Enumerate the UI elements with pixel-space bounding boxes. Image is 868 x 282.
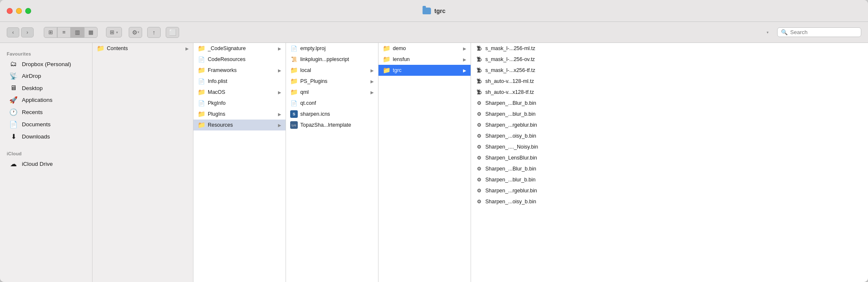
item-name: Sharpen_...blur_b.bin — [485, 177, 576, 183]
search-box[interactable]: 🔍 — [777, 27, 861, 37]
list-item[interactable]: 📁 MacOS ▶ — [193, 87, 286, 98]
folder-icon: 📁 — [290, 88, 298, 96]
list-item[interactable]: 📁 tgrc ▶ — [378, 65, 471, 76]
list-item[interactable]: 📄 PkgInfo — [193, 98, 286, 109]
list-item[interactable]: Lrc TopazSha...lrtemplate — [286, 120, 378, 130]
list-item[interactable]: 📄 qt.conf — [286, 98, 378, 109]
forward-button[interactable]: › — [21, 27, 34, 37]
list-item[interactable]: 🗜 s_mask_l-...256-ov.tz — [471, 54, 580, 65]
list-item[interactable]: 📁 PS_Plugins ▶ — [286, 76, 378, 87]
list-item[interactable]: 📁 _CodeSignature ▶ — [193, 43, 286, 54]
chevron-right-icon: ▶ — [278, 123, 281, 128]
gear-dropdown-icon: ▾ — [138, 30, 139, 34]
item-name: CodeResources — [208, 56, 281, 62]
list-item[interactable]: 📄 Info.plist — [193, 76, 286, 87]
search-input[interactable] — [790, 29, 849, 35]
item-name: qml — [300, 89, 368, 95]
sidebar-item-recents[interactable]: 🕐 Recents — [3, 106, 90, 118]
sidebar-item-airdrop[interactable]: 📡 AirDrop — [3, 70, 90, 82]
list-item[interactable]: ⚙ Sharpen_...oisy_b.bin — [471, 130, 580, 141]
icon-view-button[interactable]: ⊞ — [44, 27, 57, 38]
item-name: qt.conf — [300, 100, 374, 106]
list-item[interactable]: ⚙ Sharpen_...Blur_b.bin — [471, 98, 580, 109]
item-name: sharpen.icns — [300, 111, 374, 117]
list-item[interactable]: ⚙ Sharpen_...blur_b.bin — [471, 174, 580, 185]
list-item[interactable]: ⚙ Sharpen_...._Noisy.bin — [471, 141, 580, 152]
list-item[interactable]: ⚙ Sharpen_...rgeblur.bin — [471, 185, 580, 196]
chevron-right-icon: ▶ — [185, 46, 189, 51]
list-view-button[interactable]: ≡ — [57, 27, 71, 38]
sidebar-item-documents[interactable]: 📄 Documents — [3, 118, 90, 130]
column-view-button[interactable]: ▥ — [71, 27, 84, 38]
list-item[interactable]: ⚙ Sharpen_...Blur_b.bin — [471, 163, 580, 174]
list-item[interactable]: 📄 empty.lproj — [286, 43, 378, 54]
chevron-right-icon: ▶ — [463, 57, 466, 62]
list-item[interactable]: 📁 Resources ▶ — [193, 120, 286, 130]
sidebar-item-label-downloads: Downloads — [22, 133, 50, 140]
forward-icon: › — [26, 29, 28, 35]
chevron-right-icon: ▶ — [278, 90, 281, 95]
main-content: Favourites 🗂 Dropbox (Personal) 📡 AirDro… — [0, 43, 868, 282]
gear-button[interactable]: ⚙ ▾ — [129, 27, 142, 38]
list-item[interactable]: 📜 linkplugin...pplescript — [286, 54, 378, 65]
folder-icon: 📁 — [198, 88, 205, 96]
list-item[interactable]: ⚙ Sharpen_...oisy_b.bin — [471, 196, 580, 207]
close-button[interactable] — [7, 8, 13, 14]
list-item[interactable]: 📁 demo ▶ — [378, 43, 471, 54]
arrange-button[interactable]: ⊞ ▾ — [106, 27, 122, 37]
path-dropdown[interactable]: ▾ — [767, 30, 769, 35]
sidebar-item-desktop[interactable]: 🖥 Desktop — [3, 82, 90, 94]
list-item[interactable]: 🗜 s_mask_l-...x256-tf.tz — [471, 65, 580, 76]
column-4: 📁 demo ▶ 📁 lensfun ▶ 📁 tgrc ▶ — [378, 43, 471, 282]
minimize-button[interactable] — [16, 8, 22, 14]
list-item[interactable]: 📄 CodeResources — [193, 54, 286, 65]
sidebar-item-dropbox[interactable]: 🗂 Dropbox (Personal) — [3, 58, 90, 70]
sidebar-item-downloads[interactable]: ⬇ Downloads — [3, 130, 90, 143]
arrange-grid-icon: ⊞ — [110, 29, 114, 35]
item-name: sh_auto-v...128-ml.tz — [485, 78, 576, 84]
window-title: tgrc — [434, 8, 445, 14]
list-item[interactable]: 📁 qml ▶ — [286, 87, 378, 98]
list-item[interactable]: ⚙ Sharpen_LensBlur.bin — [471, 152, 580, 163]
item-name: _CodeSignature — [208, 45, 275, 51]
gallery-view-button[interactable]: ▦ — [84, 27, 98, 38]
list-item[interactable]: 🗜 s_mask_l-...256-ml.tz — [471, 43, 580, 54]
binary-icon: ⚙ — [475, 199, 483, 205]
icloud-drive-icon: ☁ — [9, 160, 18, 168]
title-folder-icon — [423, 8, 431, 14]
chevron-right-icon: ▶ — [463, 68, 466, 73]
item-name: Sharpen_...blur_b.bin — [485, 111, 576, 117]
back-button[interactable]: ‹ — [7, 27, 19, 37]
list-item[interactable]: 📁 Contents ▶ — [93, 43, 193, 54]
folder-icon: 📁 — [198, 67, 205, 74]
file-icon: 📄 — [198, 56, 205, 63]
chevron-right-icon: ▶ — [278, 112, 281, 117]
folder-icon: 📁 — [198, 45, 205, 52]
list-item[interactable]: ⚙ Sharpen_...rgeblur.bin — [471, 120, 580, 130]
list-item[interactable]: 📁 PlugIns ▶ — [193, 109, 286, 120]
list-item[interactable]: S sharpen.icns — [286, 109, 378, 120]
list-item[interactable]: 🗜 sh_auto-v...x128-tf.tz — [471, 87, 580, 98]
list-item[interactable]: 📁 Frameworks ▶ — [193, 65, 286, 76]
sidebar-item-label-dropbox: Dropbox (Personal) — [22, 61, 71, 67]
tag-button[interactable]: ⬜ — [166, 27, 179, 38]
file-icon: 📄 — [198, 78, 205, 85]
sidebar-item-applications[interactable]: 🚀 Applications — [3, 94, 90, 106]
share-button[interactable]: ↑ — [147, 27, 161, 38]
toolbar: ‹ › ⊞ ≡ ▥ ▦ ⊞ ▾ ⚙ ▾ ↑ ⬜ ▾ — [0, 22, 868, 43]
sidebar-item-icloud-drive[interactable]: ☁ iCloud Drive — [3, 158, 90, 170]
sidebar: Favourites 🗂 Dropbox (Personal) 📡 AirDro… — [0, 43, 93, 282]
item-name: empty.lproj — [300, 45, 374, 51]
item-name: s_mask_l-...256-ml.tz — [485, 45, 576, 51]
list-item[interactable]: 🗜 sh_auto-v...128-ml.tz — [471, 76, 580, 87]
maximize-button[interactable] — [25, 8, 31, 14]
list-item[interactable]: 📁 lensfun ▶ — [378, 54, 471, 65]
path-dropdown-arrow: ▾ — [767, 30, 769, 35]
list-item[interactable]: ⚙ Sharpen_...blur_b.bin — [471, 109, 580, 120]
folder-icon: 📁 — [198, 121, 205, 129]
list-item[interactable]: 📁 local ▶ — [286, 65, 378, 76]
sidebar-item-label-documents: Documents — [22, 121, 50, 128]
share-icon: ↑ — [153, 29, 156, 36]
finder-window: tgrc ‹ › ⊞ ≡ ▥ ▦ ⊞ ▾ ⚙ ▾ ↑ — [0, 0, 868, 282]
archive-icon: 🗜 — [475, 89, 483, 95]
